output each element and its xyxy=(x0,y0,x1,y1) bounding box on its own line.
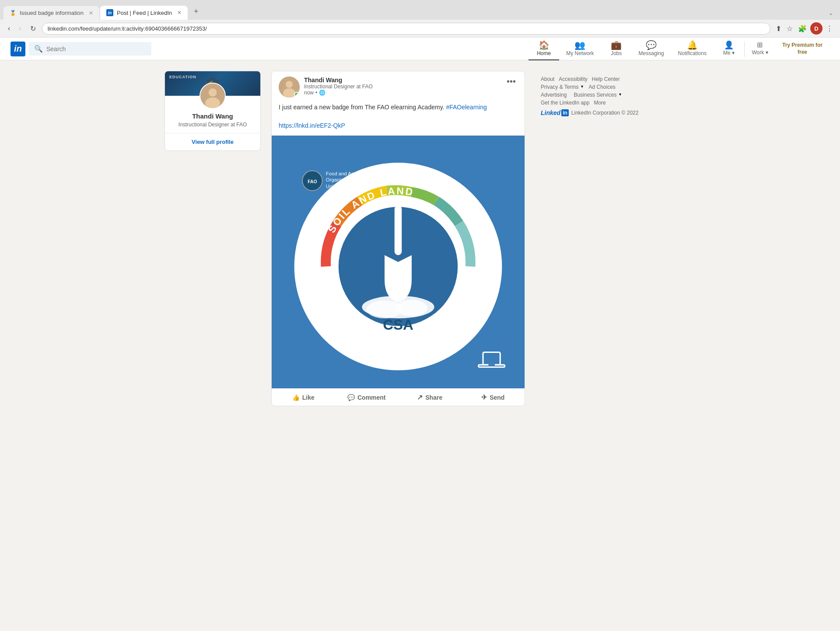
profile-title: Instructional Designer at FAO xyxy=(165,122,260,128)
svg-point-5 xyxy=(283,88,295,98)
svg-rect-9 xyxy=(395,206,402,255)
profile-avatar-wrapper xyxy=(165,83,260,109)
send-button[interactable]: ✈ Send xyxy=(462,389,525,406)
globe-icon: 🌐 xyxy=(319,90,326,96)
nav-notifications[interactable]: 🔔 Notifications xyxy=(671,38,714,60)
post-body: I just earned a new badge from The FAO e… xyxy=(272,103,525,136)
footer-links-container: About Accessibility Help Center Privacy … xyxy=(536,71,667,123)
reload-button[interactable]: ↻ xyxy=(28,23,38,35)
svg-text:United Nations: United Nations xyxy=(326,184,359,189)
post-body-text: I just earned a new badge from The FAO e… xyxy=(279,104,444,111)
toolbar-icons: ⬆ ☆ 🧩 D ⋮ xyxy=(774,22,835,35)
feed: Thandi Wang Instructional Designer at FA… xyxy=(271,71,525,406)
extensions-icon[interactable]: 🧩 xyxy=(796,23,808,35)
post-hashtag-link[interactable]: #FAOelearning xyxy=(446,104,486,111)
main-content: EDUCATION 🎓 Thandi Wang Instructional De… xyxy=(158,60,682,417)
footer-get-app-link[interactable]: Get the LinkedIn app xyxy=(541,100,589,106)
svg-point-4 xyxy=(286,81,293,88)
svg-text:Organization of the: Organization of the xyxy=(326,177,368,182)
tab2-favicon: in xyxy=(106,9,113,16)
right-sidebar: About Accessibility Help Center Privacy … xyxy=(536,71,667,406)
work-icon: ⊞ xyxy=(757,42,763,49)
tab-inactive[interactable]: 🏅 Issued badge information ✕ xyxy=(4,6,99,20)
like-button[interactable]: 👍 Like xyxy=(272,389,335,406)
post-card: Thandi Wang Instructional Designer at FA… xyxy=(271,71,525,406)
comment-icon: 💬 xyxy=(347,394,355,401)
me-icon: 👤 xyxy=(724,41,734,49)
business-dropdown-icon: ▾ xyxy=(619,92,621,98)
education-label: EDUCATION xyxy=(169,75,196,79)
bookmark-icon[interactable]: ☆ xyxy=(785,23,794,35)
profile-name: Thandi Wang xyxy=(165,112,260,120)
post-time-dot: • xyxy=(315,90,317,96)
linkedin-header: in 🔍 🏠 Home 👥 My Network 💼 Jobs 💬 Messag… xyxy=(0,38,840,60)
jobs-label: Jobs xyxy=(611,50,622,56)
svg-text:Food and Agriculture: Food and Agriculture xyxy=(326,171,372,176)
footer-help-center-link[interactable]: Help Center xyxy=(592,76,620,82)
footer-privacy-link[interactable]: Privacy & Terms xyxy=(541,84,578,90)
footer-about-link[interactable]: About xyxy=(541,76,554,82)
like-label: Like xyxy=(302,394,315,401)
left-sidebar: EDUCATION 🎓 Thandi Wang Instructional De… xyxy=(164,71,261,406)
nav-jobs[interactable]: 💼 Jobs xyxy=(601,38,632,60)
tab-active[interactable]: in Post | Feed | LinkedIn ✕ xyxy=(100,6,188,20)
user-profile-button[interactable]: D xyxy=(810,22,822,35)
tab-expand-button[interactable]: ⌄ xyxy=(825,7,836,20)
svg-text:FAO: FAO xyxy=(308,179,317,184)
post-meta: Thandi Wang Instructional Designer at FA… xyxy=(304,77,500,96)
post-time: now • 🌐 xyxy=(304,90,500,96)
premium-line2: free xyxy=(798,49,807,56)
comment-button[interactable]: 💬 Comment xyxy=(335,389,399,406)
privacy-dropdown-icon: ▾ xyxy=(581,84,583,90)
notifications-icon: 🔔 xyxy=(687,41,698,49)
new-tab-button[interactable]: + xyxy=(189,3,204,20)
menu-icon[interactable]: ⋮ xyxy=(824,23,835,35)
tab1-close[interactable]: ✕ xyxy=(89,10,93,16)
linkedin-logo[interactable]: in xyxy=(10,42,25,56)
search-icon: 🔍 xyxy=(34,45,43,53)
tab2-close[interactable]: ✕ xyxy=(177,10,182,16)
send-icon: ✈ xyxy=(481,393,487,401)
address-input[interactable] xyxy=(42,23,770,35)
footer-copyright-text: LinkedIn Corporation © 2022 xyxy=(571,110,639,116)
svg-point-2 xyxy=(205,98,220,109)
footer-row-4: Get the LinkedIn app More xyxy=(541,100,662,106)
nav-messaging[interactable]: 💬 Messaging xyxy=(632,38,671,60)
nav-my-network[interactable]: 👥 My Network xyxy=(559,38,601,60)
notifications-label: Notifications xyxy=(678,50,707,56)
post-more-options-btn[interactable]: ••• xyxy=(505,77,518,87)
nav-work[interactable]: ⊞ Work ▾ xyxy=(745,38,775,60)
tab1-title: Issued badge information xyxy=(20,10,84,16)
footer-row-3: Advertising Business Services ▾ xyxy=(541,92,662,98)
share-page-icon[interactable]: ⬆ xyxy=(774,23,783,35)
share-button[interactable]: ↗ Share xyxy=(398,389,462,406)
nav-home[interactable]: 🏠 Home xyxy=(528,38,559,60)
footer-advertising-link[interactable]: Advertising xyxy=(541,92,567,98)
post-author-name[interactable]: Thandi Wang xyxy=(304,77,500,84)
my-network-label: My Network xyxy=(566,50,594,56)
footer-business-services-link[interactable]: Business Services xyxy=(574,92,616,98)
footer-accessibility-link[interactable]: Accessibility xyxy=(559,76,587,82)
svg-text:CSA: CSA xyxy=(383,317,413,333)
post-avatar[interactable] xyxy=(279,77,300,98)
tab2-title: Post | Feed | LinkedIn xyxy=(117,10,172,16)
premium-button[interactable]: Try Premium for free xyxy=(775,38,830,60)
footer-row-2: Privacy & Terms ▾ Ad Choices xyxy=(541,84,662,90)
footer-li-brand-box: in xyxy=(561,109,569,116)
browser-chrome: 🏅 Issued badge information ✕ in Post | F… xyxy=(0,0,840,38)
view-full-profile-btn[interactable]: View full profile xyxy=(165,133,260,150)
forward-button[interactable]: › xyxy=(16,23,24,34)
back-button[interactable]: ‹ xyxy=(5,23,13,34)
footer-more-link[interactable]: More xyxy=(594,100,606,106)
post-header: Thandi Wang Instructional Designer at FA… xyxy=(272,71,525,103)
jobs-icon: 💼 xyxy=(611,41,622,49)
fao-badge-svg: CSA SOIL AND LAND FAO ELEARNING ACADEMY … xyxy=(272,136,525,388)
footer-ad-choices-link[interactable]: Ad Choices xyxy=(588,84,615,90)
nav-me[interactable]: 👤 Me ▾ xyxy=(714,38,744,60)
search-box[interactable]: 🔍 xyxy=(29,42,151,56)
online-status-dot xyxy=(294,92,299,97)
search-input[interactable] xyxy=(46,45,146,52)
my-network-icon: 👥 xyxy=(574,41,585,49)
home-icon: 🏠 xyxy=(539,41,550,49)
post-url-link[interactable]: https://lnkd.in/eEF2-QkP xyxy=(279,122,345,129)
